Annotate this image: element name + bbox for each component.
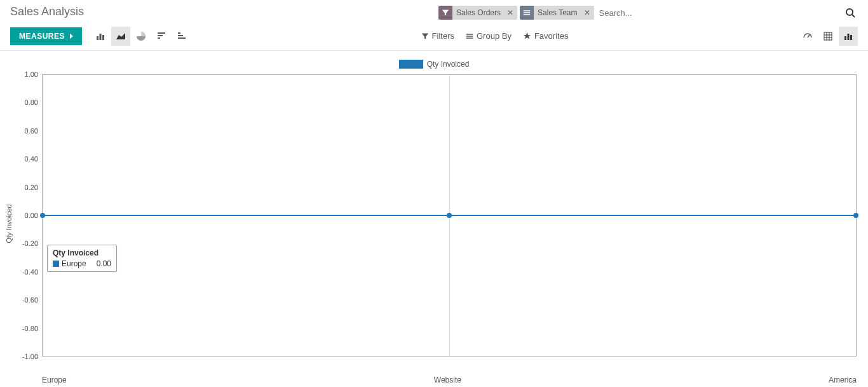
svg-rect-5: [97, 36, 98, 40]
list-icon: [520, 6, 534, 20]
y-tick: 0.00: [25, 212, 38, 219]
svg-line-17: [808, 35, 810, 37]
facet-label: Sales Orders: [452, 6, 503, 20]
x-tick: America: [829, 376, 857, 384]
svg-rect-1: [524, 12, 531, 13]
legend-item[interactable]: Qty Invoiced: [399, 60, 470, 69]
svg-rect-15: [466, 36, 473, 37]
funnel-icon: [438, 6, 452, 20]
y-tick: -0.20: [22, 240, 38, 247]
svg-rect-6: [100, 34, 102, 40]
legend-label: Qty Invoiced: [427, 60, 470, 69]
x-tick: Europe: [42, 376, 67, 384]
search-input[interactable]: [594, 6, 843, 20]
filters-button[interactable]: Filters: [421, 31, 454, 41]
caret-right-icon: [70, 34, 73, 39]
area-chart-icon[interactable]: [111, 27, 130, 46]
svg-line-4: [852, 15, 855, 17]
svg-rect-10: [158, 37, 160, 39]
facet-label: Sales Team: [534, 6, 580, 20]
favorites-label: Favorites: [534, 31, 568, 41]
svg-rect-23: [844, 36, 846, 40]
data-point[interactable]: [447, 213, 452, 218]
svg-rect-18: [824, 32, 832, 40]
svg-rect-24: [847, 34, 849, 40]
chart-area: Qty Invoiced Qty Invoiced 1.00 0.80 0.60…: [0, 51, 868, 381]
chart-legend: Qty Invoiced: [11, 57, 857, 74]
y-tick: -0.40: [22, 268, 38, 276]
y-tick: 0.20: [25, 184, 38, 191]
facet-remove-icon[interactable]: ✕: [580, 6, 594, 20]
svg-rect-13: [178, 32, 180, 34]
list-icon: [466, 32, 473, 40]
svg-rect-12: [178, 35, 183, 36]
svg-rect-0: [524, 10, 531, 11]
dashboard-view-icon[interactable]: [798, 27, 817, 46]
svg-point-3: [846, 9, 853, 15]
groupby-button[interactable]: Group By: [466, 31, 512, 41]
y-tick: 0.80: [25, 98, 38, 106]
data-point[interactable]: [853, 213, 858, 218]
star-icon: [523, 32, 531, 40]
pivot-view-icon[interactable]: [818, 27, 837, 46]
graph-view-icon[interactable]: [839, 27, 858, 46]
chart-plot[interactable]: [42, 74, 857, 356]
search-facet-group[interactable]: Sales Team ✕: [520, 6, 593, 20]
y-tick: -0.80: [22, 325, 38, 332]
pie-chart-icon[interactable]: [132, 27, 151, 46]
chart-tooltip: Qty Invoiced Europe 0.00: [47, 245, 117, 272]
sort-asc-icon[interactable]: [172, 27, 191, 46]
y-tick: -1.00: [22, 353, 38, 360]
svg-rect-16: [466, 37, 473, 39]
y-tick: 0.40: [25, 155, 38, 163]
favorites-button[interactable]: Favorites: [523, 31, 568, 41]
tooltip-value: 0.00: [97, 259, 111, 268]
search-area: Sales Orders ✕ Sales Team ✕: [426, 5, 858, 20]
y-axis-ticks: 1.00 0.80 0.60 0.40 0.20 0.00 -0.20 -0.4…: [11, 74, 42, 356]
tooltip-swatch: [53, 261, 59, 267]
funnel-icon: [421, 32, 429, 40]
filters-label: Filters: [432, 31, 454, 41]
svg-rect-2: [524, 14, 531, 15]
data-point[interactable]: [40, 213, 45, 218]
search-facet-filter[interactable]: Sales Orders ✕: [438, 6, 517, 20]
svg-rect-11: [178, 37, 186, 39]
svg-rect-7: [102, 35, 104, 40]
svg-rect-25: [850, 35, 852, 40]
x-tick: Website: [434, 376, 461, 384]
tooltip-title: Qty Invoiced: [53, 248, 111, 257]
sort-desc-icon[interactable]: [152, 27, 171, 46]
svg-rect-14: [466, 34, 473, 35]
x-axis-ticks: Europe Website America: [42, 373, 857, 387]
facet-remove-icon[interactable]: ✕: [503, 6, 517, 20]
legend-swatch: [399, 60, 423, 69]
measures-label: MEASURES: [19, 32, 65, 41]
svg-rect-9: [158, 35, 163, 36]
y-tick: 0.60: [25, 127, 38, 135]
bar-chart-icon[interactable]: [91, 27, 110, 46]
measures-button[interactable]: MEASURES: [10, 27, 82, 45]
page-title: Sales Analysis: [10, 5, 84, 18]
svg-rect-8: [158, 32, 165, 34]
tooltip-category: Europe: [62, 259, 86, 268]
y-tick: 1.00: [25, 71, 38, 78]
groupby-label: Group By: [477, 31, 512, 41]
y-tick: -0.60: [22, 296, 38, 304]
search-icon[interactable]: [843, 5, 858, 20]
